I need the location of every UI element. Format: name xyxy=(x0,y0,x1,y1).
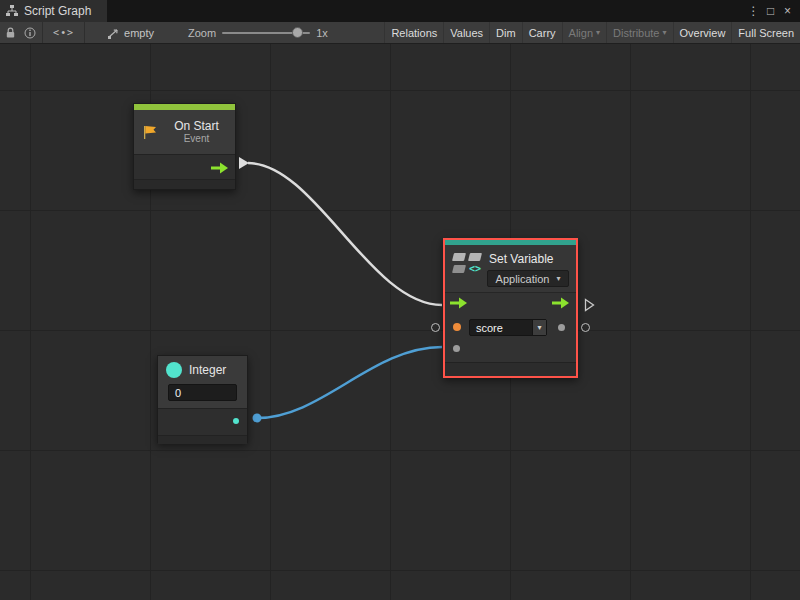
carry-label: Carry xyxy=(529,27,556,39)
variable-name-dropdown[interactable]: score ▾ xyxy=(469,319,547,336)
distribute-label: Distribute xyxy=(613,27,659,39)
overview-button[interactable]: Overview xyxy=(673,22,732,43)
node-set-variable[interactable]: <> Set Variable Application ▾ score xyxy=(443,238,578,378)
variable-scope-dropdown[interactable]: Application ▾ xyxy=(487,270,569,287)
integer-footer xyxy=(158,435,247,444)
exec-output-port[interactable] xyxy=(211,162,228,174)
titlebar: Script Graph ⋮ □ × xyxy=(0,0,800,22)
relations-button[interactable]: Relations xyxy=(384,22,443,43)
zoom-slider-handle[interactable] xyxy=(292,27,303,38)
dim-button[interactable]: Dim xyxy=(489,22,522,43)
distribute-button[interactable]: Distribute ▾ xyxy=(606,22,672,43)
set-variable-ports: score ▾ xyxy=(445,292,576,362)
align-label: Align xyxy=(569,27,593,39)
relations-label: Relations xyxy=(391,27,437,39)
graph-icon xyxy=(6,5,18,17)
lock-icon[interactable] xyxy=(0,22,20,43)
variable-color-strip xyxy=(445,240,576,245)
wire-blue-endpoint[interactable] xyxy=(253,414,262,423)
on-start-header: On Start Event xyxy=(134,110,235,154)
chevron-down-icon: ▾ xyxy=(532,320,546,335)
integer-header: Integer xyxy=(158,356,247,380)
wire-onstart-to-setvariable xyxy=(248,163,442,305)
scope-label: Application xyxy=(496,273,550,285)
set-variable-footer xyxy=(445,362,576,376)
window-controls: ⋮ □ × xyxy=(745,0,800,22)
set-variable-icon: <> xyxy=(453,253,483,274)
code-icon: <> xyxy=(469,263,483,274)
exec-input-port[interactable] xyxy=(450,297,467,309)
close-icon[interactable]: × xyxy=(779,4,796,18)
node-title: Integer xyxy=(189,363,226,377)
fullscreen-label: Full Screen xyxy=(738,27,794,39)
graph-canvas[interactable]: On Start Event <> Set Variable xyxy=(0,44,800,600)
flag-icon xyxy=(141,123,159,141)
wire-integer-to-setvariable xyxy=(257,347,442,418)
script-graph-window: Script Graph ⋮ □ × <∙> xyxy=(0,0,800,600)
zoom-value: 1x xyxy=(316,27,328,39)
chevron-down-icon: ▾ xyxy=(556,274,560,283)
graph-pointer-status: empty xyxy=(99,27,162,39)
on-start-text: On Start Event xyxy=(165,119,228,145)
input-ring-icon xyxy=(431,323,440,332)
zoom-label: Zoom xyxy=(188,27,216,39)
variable-name: score xyxy=(470,322,532,334)
values-label: Values xyxy=(450,27,483,39)
node-integer[interactable]: Integer 0 xyxy=(157,355,248,443)
wires-layer xyxy=(0,44,800,600)
toolbar-divider xyxy=(84,22,85,43)
output-ring-icon xyxy=(581,323,590,332)
node-on-start[interactable]: On Start Event xyxy=(133,103,236,190)
dim-label: Dim xyxy=(496,27,516,39)
zoom-slider[interactable] xyxy=(222,22,310,44)
on-start-body xyxy=(134,154,235,179)
integer-body xyxy=(158,408,247,435)
integer-output-port[interactable] xyxy=(233,418,239,424)
node-title: On Start xyxy=(165,119,228,133)
maximize-icon[interactable]: □ xyxy=(762,4,779,18)
chevron-down-icon: ▾ xyxy=(663,28,667,37)
carry-button[interactable]: Carry xyxy=(522,22,562,43)
exec-output-port[interactable] xyxy=(552,297,569,309)
tab-title: Script Graph xyxy=(24,4,91,18)
menu-icon[interactable]: ⋮ xyxy=(745,4,762,18)
exec-output-triangle-icon xyxy=(584,298,595,312)
values-button[interactable]: Values xyxy=(443,22,489,43)
value-input-port[interactable] xyxy=(453,323,461,331)
toolbar: <∙> empty Zoom 1x Relations Values Dim C… xyxy=(0,22,800,44)
value-output-port[interactable] xyxy=(558,324,565,331)
integer-type-icon xyxy=(166,362,182,378)
tab-script-graph[interactable]: Script Graph xyxy=(0,0,107,22)
pointer-label: empty xyxy=(124,27,154,39)
info-icon[interactable] xyxy=(20,22,40,43)
overview-label: Overview xyxy=(680,27,726,39)
exec-wire-arrow-icon xyxy=(239,157,249,169)
chevron-down-icon: ▾ xyxy=(596,28,600,37)
code-preview-icon[interactable]: <∙> xyxy=(45,27,82,38)
toolbar-divider xyxy=(42,22,43,43)
align-button[interactable]: Align ▾ xyxy=(562,22,606,43)
integer-value-input[interactable]: 0 xyxy=(168,384,237,401)
node-title: Set Variable xyxy=(489,252,553,266)
node-subtitle: Event xyxy=(165,133,228,145)
value-input-port-2[interactable] xyxy=(453,345,460,352)
pointer-icon xyxy=(107,27,120,39)
toolbar-buttons: Relations Values Dim Carry Align ▾ Distr… xyxy=(384,22,800,43)
on-start-footer xyxy=(134,179,235,189)
fullscreen-button[interactable]: Full Screen xyxy=(731,22,800,43)
